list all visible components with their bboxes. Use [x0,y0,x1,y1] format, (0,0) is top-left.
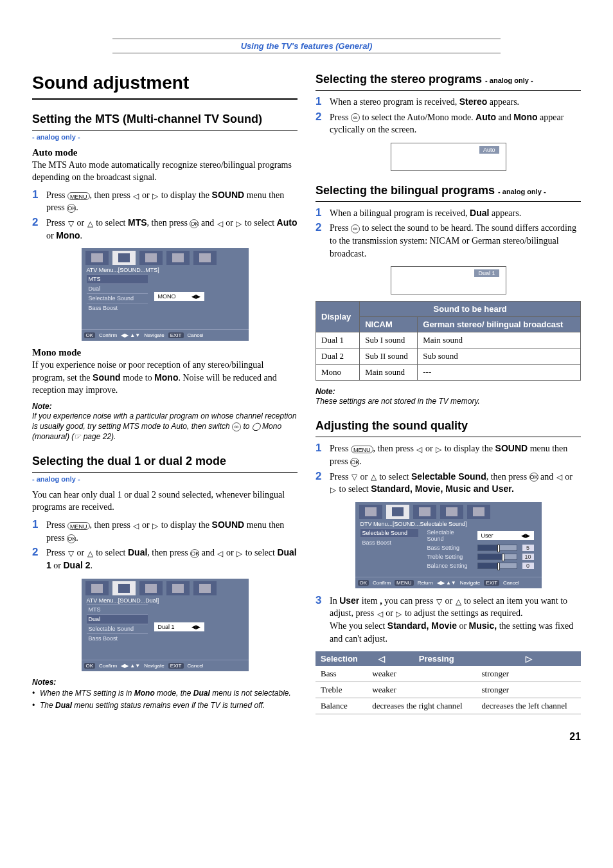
h2-dual: Selecting the dual 1 or dual 2 mode [32,455,298,473]
lock-tab-icon [199,253,211,262]
lock-tab-icon [199,584,211,593]
menu-item: Dual [87,284,148,293]
tag-analog-mts: - analog only - [32,133,298,141]
mts-step-1: Press MENU, then press ◁ or ▷ to display… [46,189,298,214]
th-german: German stereo/ bilingual broadcast [418,317,581,332]
timer-tab-icon [172,253,184,262]
bilingual-note-h: Note: [315,387,581,396]
page-header: Using the TV's features (General) [32,39,581,53]
table-row: Dual 2Sub II soundSub sound [316,348,581,365]
bass-slider [477,545,517,551]
th-selection: Selection [315,651,367,666]
lock-tab-icon [473,507,484,516]
sound-tab-icon [118,253,130,262]
stereo-steps: 1When a stereo program is received, Ster… [315,96,581,136]
bilingual-table: Display Sound to be heard NICAM German s… [315,301,581,381]
h1-sound-adjustment: Sound adjustment [32,73,298,100]
quality-step3: 3In User item , you can press ▽ or △ to … [315,595,581,645]
picture-tab-icon [365,507,377,516]
bilingual-steps: 1When a bilingual program is received, D… [315,207,581,260]
dual-note-1: When the MTS setting is in Mono mode, th… [32,688,298,698]
dual-steps: 1Press MENU, then press ◁ or ▷ to displa… [32,519,298,572]
menu-item: Bass Boost [87,633,148,643]
mts-steps: 1Press MENU, then press ◁ or ▷ to displa… [32,189,298,242]
setup-tab-icon [419,507,431,516]
timer-tab-icon [446,507,458,516]
quality-step-1: Press MENU, then press ◁ or ▷ to display… [330,442,581,467]
dual-intro: You can hear only dual 1 or dual 2 sound… [32,489,298,514]
th-nicam: NICAM [360,317,418,332]
th-display: Display [316,302,360,332]
menu-item: Dual [87,614,148,624]
dual-value: Dual 1 [158,624,175,630]
h2-quality: Adjusting the sound quality [315,419,581,437]
lr-arrows-icon: ◀▶ [191,624,200,630]
bilingual-step-1: When a bilingual program is received, Du… [330,207,581,220]
table-row: Dual 1Sub I soundMain sound [316,332,581,348]
lr-arrows-icon: ◀▶ [191,293,200,300]
treble-slider [477,554,517,560]
header-title: Using the TV's features (General) [112,39,501,53]
stereo-step-1: When a stereo program is received, Stere… [330,96,581,109]
th-left-arrow: ◁ [367,651,396,666]
osd-dual: Dual 1 [391,266,506,294]
osd-auto-badge: Auto [479,146,499,154]
right-column: Selecting the stereo programs - analog o… [315,73,581,716]
picture-tab-icon [91,253,103,262]
setup-tab-icon [145,253,157,262]
menu-item: MTS [87,604,148,614]
stereo-step-2: Press ∞ to select the Auto/Mono mode. Au… [330,111,581,136]
menu-path-dual: ATV Menu...[SOUND...Dual] [82,595,249,604]
dual-menu-screenshot: ATV Menu...[SOUND...Dual] MTS Dual Selec… [82,579,249,671]
page-number: 21 [32,731,581,743]
menu-item: Bass Boost [360,538,418,547]
note-head: Note: [32,402,298,411]
auto-mode-head: Auto mode [32,147,298,158]
menu-item: Selectable Sound [87,293,148,303]
h2-bilingual: Selecting the bilingual programs - analo… [315,184,581,202]
menu-item: Bass Boost [87,303,148,312]
h2-stereo: Selecting the stereo programs - analog o… [315,73,581,91]
quality-steps: 1Press MENU, then press ◁ or ▷ to displa… [315,442,581,495]
h2-mts: Setting the MTS (Multi-channel TV Sound) [32,113,298,131]
left-column: Sound adjustment Setting the MTS (Multi-… [32,73,298,716]
dual-step-1: Press MENU, then press ◁ or ▷ to display… [46,519,298,544]
th-pressing: Pressing [396,651,477,666]
th-right-arrow: ▷ [477,651,581,666]
note-body: If you experience noise with a particula… [32,411,298,442]
auto-mode-body: The MTS Auto mode automatically recogniz… [32,159,298,184]
table-row: Balancedecreases the right channeldecrea… [315,698,581,714]
osd-auto: Auto [391,143,506,171]
menu-item: Selectable Sound [360,528,418,538]
selection-table: Selection ◁ Pressing ▷ Bassweakerstronge… [315,651,581,714]
notes-head: Notes: [32,678,298,687]
quality-step-3: In User item , you can press ▽ or △ to s… [330,595,581,645]
mts-value: MONO [158,293,176,300]
picture-tab-icon [91,584,103,593]
table-row: MonoMain sound--- [316,365,581,381]
bilingual-note-b: These settings are not stored in the TV … [315,396,581,406]
sound-tab-icon [118,584,130,593]
table-row: Bassweakerstronger [315,666,581,682]
mono-mode-body: If you experience noise or poor receptio… [32,359,298,397]
mono-mode-head: Mono mode [32,347,298,358]
quality-step-2: Press ▽ or △ to select Selectable Sound,… [330,471,581,496]
balance-slider [477,563,517,569]
menu-path-quality: DTV Menu...[SOUND...Selectable Sound] [355,519,542,528]
lr-arrows-icon: ◀▶ [521,532,530,539]
table-row: Trebleweakerstronger [315,682,581,698]
menu-item: MTS [87,274,148,284]
menu-path-mts: ATV Menu...[SOUND...MTS] [82,265,249,274]
mts-step-2: Press ▽ or △ to select MTS, then press O… [46,217,298,242]
timer-tab-icon [172,584,184,593]
quality-menu-screenshot: DTV Menu...[SOUND...Selectable Sound] Se… [355,502,542,588]
tag-analog-dual: - analog only - [32,475,298,483]
sound-tab-icon [392,507,404,516]
dual-note-2: The Dual menu setting status remains eve… [32,700,298,710]
dual-step-2: Press ▽ or △ to select Dual, then press … [46,547,298,572]
dual-notes: When the MTS setting is in Mono mode, th… [32,688,298,710]
th-sound: Sound to be heard [360,302,581,317]
setup-tab-icon [145,584,157,593]
osd-dual-badge: Dual 1 [474,269,499,277]
bilingual-step-2: Press ∞ to select the sound to be heard.… [330,222,581,260]
